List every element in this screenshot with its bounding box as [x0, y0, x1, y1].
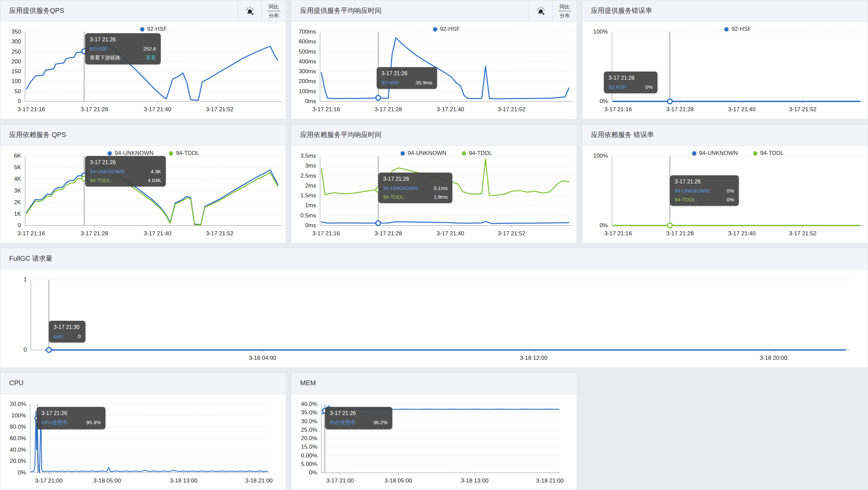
- chart-canvas[interactable]: [0, 270, 868, 368]
- legend-item-92-HSF[interactable]: 92-HSF: [433, 26, 460, 33]
- tooltip-series-label: 94-UNKNOWN:: [675, 188, 710, 194]
- legend-label: 94-TDDL: [469, 150, 492, 157]
- chart-dependency-qps[interactable]: 6K5K4K3K2K1K03-17 21:163-17 21:283-17 21…: [0, 146, 286, 243]
- compare-yoy-link[interactable]: 同比: [560, 3, 570, 10]
- tooltip-timestamp: 3-17 21:26: [90, 37, 156, 43]
- chart-fullgc[interactable]: 103-18 04:003-18 12:003-18 20:003-17 21:…: [0, 270, 868, 368]
- tooltip-timestamp: 3-17 21:26: [330, 410, 388, 416]
- tooltip-row: 94-UNKNOWN:0.1ms: [383, 185, 448, 191]
- hover-marker: [376, 95, 380, 100]
- tooltip-row: 94-TDDL:4.04K: [90, 177, 161, 183]
- tooltip-series-label: 94-UNKNOWN:: [383, 185, 419, 191]
- tooltip-value: 0: [78, 333, 81, 339]
- legend-item-94-UNKNOWN[interactable]: 94-UNKNOWN: [107, 150, 153, 157]
- add-alarm-button[interactable]: [529, 0, 552, 21]
- legend-item-94-TDDL[interactable]: 94-TDDL: [753, 150, 784, 157]
- tooltip-value: 36.2%: [373, 419, 388, 426]
- compare-distribution-toggle: 同比 分布: [552, 0, 577, 21]
- tooltip-value: 35.9ms: [416, 80, 432, 85]
- legend-dot-icon: [400, 151, 405, 156]
- tooltip-timestamp: 3-17 21:26: [609, 75, 653, 81]
- tooltip-timestamp: 3-17 21:30: [54, 324, 81, 330]
- chart-provided-error-rate[interactable]: 100%0%3-17 21:163-17 21:283-17 21:403-17…: [582, 22, 868, 119]
- tooltip-value: 252.6: [143, 46, 156, 52]
- tooltip-row: 查看下游链路:查看: [90, 55, 156, 61]
- hover-marker: [376, 221, 380, 226]
- tooltip-series-label: 92-HSF:: [90, 46, 109, 52]
- legend-label: 94-UNKNOWN: [408, 150, 446, 157]
- legend-label: 94-UNKNOWN: [699, 150, 738, 157]
- legend-dot-icon: [724, 27, 729, 32]
- tooltip-value: 0%: [727, 188, 734, 194]
- legend-item-92-HSF[interactable]: 92-HSF: [140, 26, 167, 33]
- tooltip-value: 0.1ms: [434, 185, 448, 191]
- row-system-metrics: CPU 20.0%100%80.0%60.0%40.0%20.0%0%3-17 …: [0, 372, 868, 490]
- tooltip-value: 4.3K: [151, 169, 161, 174]
- tooltip-series-label: 92-HSF:: [381, 80, 400, 85]
- compare-distribution-toggle: 同比 分布: [261, 0, 286, 21]
- tooltip-value: 95.3%: [86, 419, 101, 426]
- distribution-link[interactable]: 分布: [269, 12, 279, 19]
- tooltip-series-label: 查看下游链路:: [90, 55, 122, 61]
- chart-mem[interactable]: 40.0%35.0%30.0%25.0%20.0%15.0%0.00%5.00%…: [291, 394, 577, 490]
- tooltip-timestamp: 3-17 21:26: [383, 176, 448, 182]
- panel-provided-rt: 应用提供服务平均响应时间: [291, 0, 577, 119]
- panel-header: CPU: [0, 373, 286, 394]
- panel-header: MEM: [291, 373, 577, 394]
- tooltip-series-label: 内存使用率:: [330, 419, 357, 426]
- compare-yoy-link[interactable]: 同比: [269, 3, 279, 10]
- legend-label: 94-TDDL: [176, 150, 199, 157]
- legend-label: 92-HSF: [731, 26, 751, 33]
- tooltip-row: CPU使用率:95.3%: [41, 419, 101, 426]
- chart-legend: 92-HSF: [25, 26, 282, 33]
- tooltip-series-label: sum:: [54, 333, 65, 339]
- panel-dependency-rt: 应用依赖服务平均响应时间 3.5ms3ms2.5ms2ms1.5ms1ms0.5…: [291, 124, 577, 243]
- tooltip-timestamp: 3-17 21:26: [381, 71, 432, 77]
- chart-dependency-rt[interactable]: 3.5ms3ms2.5ms2ms1.5ms1ms0.5ms0ms3-17 21:…: [291, 146, 577, 243]
- series-line-92-HSF: [321, 38, 569, 99]
- legend-item-94-UNKNOWN[interactable]: 94-UNKNOWN: [692, 150, 738, 157]
- chart-canvas[interactable]: [582, 22, 868, 119]
- chart-tooltip: 3-17 21:2692-HSF:0%: [604, 72, 657, 93]
- panel-header: 应用依赖服务 QPS: [0, 124, 286, 146]
- chart-provided-rt[interactable]: 700ms600ms500ms400ms300ms200ms100ms0ms3-…: [291, 22, 577, 119]
- add-alarm-icon: [536, 6, 546, 16]
- panel-title: MEM: [291, 373, 316, 394]
- legend-item-94-TDDL[interactable]: 94-TDDL: [462, 150, 492, 157]
- tooltip-value: 4.04K: [148, 177, 161, 183]
- row-provided-services: 应用提供服务QPS: [0, 0, 868, 119]
- panel-provided-qps: 应用提供服务QPS: [0, 0, 286, 119]
- distribution-link[interactable]: 分布: [560, 12, 570, 19]
- panel-title: 应用提供服务平均响应时间: [291, 0, 381, 21]
- legend-dot-icon: [169, 151, 173, 156]
- panel-title: CPU: [0, 373, 23, 394]
- hover-marker: [46, 348, 51, 352]
- chart-tooltip: 3-17 21:2692-HSF:252.6查看下游链路:查看: [85, 33, 161, 64]
- chart-legend: 92-HSF: [320, 26, 573, 33]
- chart-provided-qps[interactable]: 3503002502001501005003-17 21:163-17 21:2…: [0, 22, 286, 119]
- legend-item-94-UNKNOWN[interactable]: 94-UNKNOWN: [400, 150, 446, 157]
- panel-title: 应用依赖服务平均响应时间: [291, 124, 381, 145]
- chart-tooltip: 3-17 21:2692-HSF:35.9ms: [377, 67, 437, 89]
- tooltip-row: 94-UNKNOWN:0%: [675, 188, 734, 194]
- hover-marker: [668, 99, 672, 104]
- view-downstream-link[interactable]: 查看: [146, 55, 156, 61]
- add-alarm-button[interactable]: [238, 0, 261, 21]
- legend-dot-icon: [692, 151, 696, 156]
- chart-cpu[interactable]: 20.0%100%80.0%60.0%40.0%20.0%0%3-17 21:0…: [0, 394, 286, 490]
- legend-item-94-TDDL[interactable]: 94-TDDL: [169, 150, 199, 157]
- legend-item-92-HSF[interactable]: 92-HSF: [724, 26, 751, 33]
- panel-title: 应用提供服务错误率: [582, 0, 652, 21]
- chart-legend: 94-UNKNOWN94-TDDL: [320, 150, 573, 157]
- chart-tooltip: 3-17 21:26内存使用率:36.2%: [325, 407, 392, 429]
- panel-title: 应用依赖服务 错误率: [582, 124, 654, 145]
- tooltip-series-label: 92-HSF:: [609, 84, 628, 90]
- chart-legend: 94-UNKNOWN94-TDDL: [612, 150, 864, 157]
- panel-fullgc: FullGC 请求量 103-18 04:003-18 12:003-18 20…: [0, 248, 868, 368]
- tooltip-value: 1.8ms: [434, 194, 448, 200]
- series-line-94-UNKNOWN: [321, 221, 569, 223]
- chart-tooltip: 3-17 21:26CPU使用率:95.3%: [37, 407, 105, 429]
- chart-dependency-error-rate[interactable]: 100%0%3-17 21:163-17 21:283-17 21:403-17…: [582, 146, 868, 243]
- tooltip-row: 94-TDDL:0%: [675, 197, 734, 202]
- panel-title: 应用依赖服务 QPS: [0, 124, 66, 145]
